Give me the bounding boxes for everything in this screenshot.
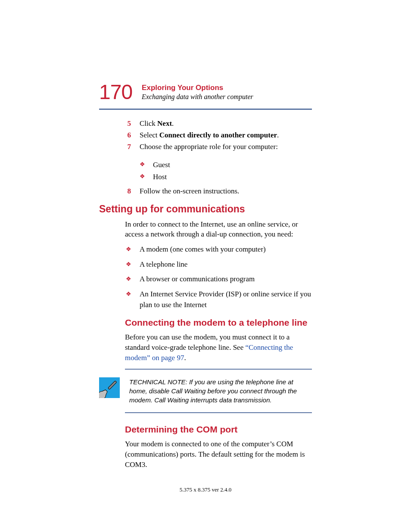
list-item: ❖ A browser or communications program — [125, 274, 312, 285]
heading-setting-up: Setting up for communications — [99, 203, 312, 215]
bold-text: Connect directly to another computer — [159, 131, 277, 139]
list-item: ❖ A telephone line — [125, 259, 312, 271]
text-fragment: Select — [140, 131, 159, 139]
page-content: 5 Click Next. 6 Select Connect directly … — [99, 118, 312, 470]
list-text: A browser or communications program — [140, 274, 255, 285]
text-fragment: . — [184, 354, 186, 362]
connect-paragraph: Before you can use the modem, you must c… — [125, 332, 312, 363]
wrench-icon — [99, 377, 120, 398]
technical-note: TECHNICAL NOTE: If you are using the tel… — [99, 377, 312, 404]
step-number: 7 — [125, 141, 131, 152]
technical-note-text: TECHNICAL NOTE: If you are using the tel… — [129, 377, 312, 404]
step-text: Follow the on-screen instructions. — [140, 185, 312, 197]
header-text-block: Exploring Your Options Exchanging data w… — [142, 82, 253, 101]
heading-connecting-modem: Connecting the modem to a telephone line — [125, 317, 312, 328]
list-text: A modem (one comes with your computer) — [140, 244, 266, 255]
diamond-bullet-icon: ❖ — [140, 159, 145, 171]
list-item: ❖ An Internet Service Provider (ISP) or … — [125, 289, 312, 311]
option-guest: ❖ Guest — [125, 159, 312, 171]
numbered-steps: 5 Click Next. 6 Select Connect directly … — [125, 118, 312, 153]
step-7-options: ❖ Guest ❖ Host — [125, 159, 312, 184]
diamond-bullet-icon: ❖ — [125, 289, 132, 311]
option-label: Host — [153, 171, 167, 184]
step-7: 7 Choose the appropriate role for your c… — [125, 141, 312, 152]
numbered-steps-cont: 8 Follow the on-screen instructions. — [125, 185, 312, 197]
text-fragment: . — [277, 131, 279, 139]
document-page: 170 Exploring Your Options Exchanging da… — [0, 0, 411, 532]
diamond-bullet-icon: ❖ — [140, 171, 145, 184]
list-text: A telephone line — [140, 259, 187, 271]
diamond-bullet-icon: ❖ — [125, 259, 132, 271]
note-bottom-divider — [125, 412, 312, 413]
list-item: ❖ A modem (one comes with your computer) — [125, 244, 312, 255]
option-label: Guest — [153, 159, 170, 171]
heading-com-port: Determining the COM port — [125, 424, 312, 435]
step-number: 6 — [125, 129, 131, 141]
step-text: Click Next. — [140, 118, 312, 129]
step-8: 8 Follow the on-screen instructions. — [125, 185, 312, 197]
step-text: Select Connect directly to another compu… — [140, 129, 312, 141]
step-6: 6 Select Connect directly to another com… — [125, 129, 312, 141]
text-fragment: . — [172, 119, 174, 128]
option-host: ❖ Host — [125, 171, 312, 184]
section-subtitle: Exchanging data with another computer — [142, 93, 253, 101]
diamond-bullet-icon: ❖ — [125, 244, 132, 255]
step-number: 5 — [125, 118, 131, 129]
bold-text: Next — [157, 119, 172, 128]
chapter-title: Exploring Your Options — [142, 84, 253, 92]
list-text: An Internet Service Provider (ISP) or on… — [140, 289, 312, 311]
step-number: 8 — [125, 185, 131, 197]
note-top-divider — [125, 369, 312, 370]
step-text: Choose the appropriate role for your com… — [140, 141, 312, 152]
page-header: 170 Exploring Your Options Exchanging da… — [99, 82, 312, 103]
diamond-bullet-icon: ❖ — [125, 274, 132, 285]
requirements-list: ❖ A modem (one comes with your computer)… — [125, 244, 312, 311]
com-paragraph: Your modem is connected to one of the co… — [125, 439, 312, 470]
text-fragment: Click — [140, 119, 157, 128]
header-divider — [99, 109, 312, 110]
setting-intro-paragraph: In order to connect to the Internet, use… — [125, 219, 312, 240]
page-footer: 5.375 x 8.375 ver 2.4.0 — [0, 486, 411, 493]
page-number: 170 — [99, 82, 132, 103]
step-5: 5 Click Next. — [125, 118, 312, 129]
